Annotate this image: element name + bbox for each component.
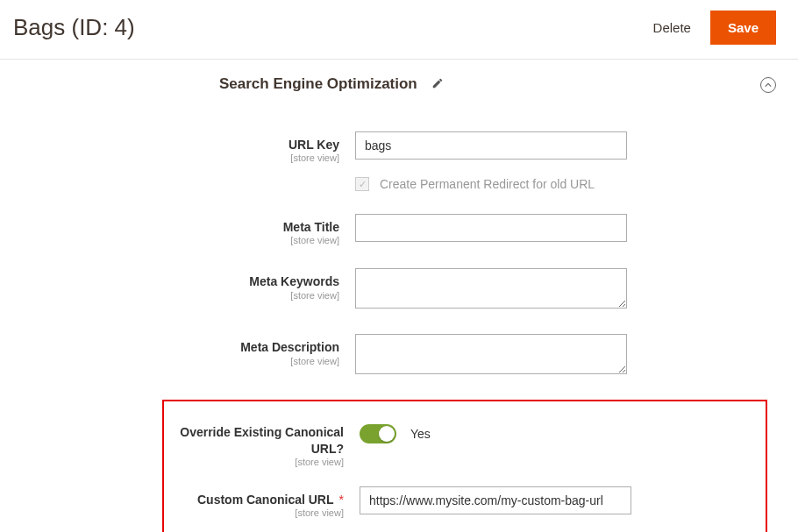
override-canonical-toggle[interactable] xyxy=(360,424,396,443)
field-control-col xyxy=(355,131,636,160)
meta-title-field: Meta Title [store view] xyxy=(22,214,776,245)
field-label-col: Override Existing Canonical URL? [store … xyxy=(164,419,360,466)
field-label-col xyxy=(22,177,355,182)
scope-label: [store view] xyxy=(22,153,339,163)
field-label-col: Meta Title [store view] xyxy=(22,214,355,245)
field-label-col: Meta Description [store view] xyxy=(22,334,355,365)
page-header: Bags (ID: 4) Delete Save xyxy=(0,0,798,60)
field-control-col: ✓ Create Permanent Redirect for old URL xyxy=(355,177,636,191)
scope-label: [store view] xyxy=(22,356,339,366)
meta-description-label: Meta Description xyxy=(240,340,339,354)
toggle-knob xyxy=(379,426,395,442)
field-label-col: URL Key [store view] xyxy=(22,131,355,163)
custom-canonical-field: Custom Canonical URL* [store view] xyxy=(164,486,766,518)
meta-title-input[interactable] xyxy=(355,214,627,242)
edit-icon[interactable] xyxy=(431,77,444,92)
save-button[interactable]: Save xyxy=(710,11,776,45)
meta-title-label: Meta Title xyxy=(283,220,339,234)
meta-keywords-label: Meta Keywords xyxy=(249,274,339,288)
field-label-col: Meta Keywords [store view] xyxy=(22,268,355,300)
header-actions: Delete Save xyxy=(653,11,776,45)
field-control-col xyxy=(360,486,640,514)
override-toggle-value: Yes xyxy=(410,427,431,441)
delete-button[interactable]: Delete xyxy=(653,20,691,35)
override-toggle-wrap: Yes xyxy=(360,419,640,443)
custom-canonical-label: Custom Canonical URL xyxy=(197,493,334,507)
scope-label: [store view] xyxy=(22,235,339,245)
override-canonical-label: Override Existing Canonical URL? xyxy=(180,425,344,455)
seo-section-header: Search Engine Optimization xyxy=(0,60,798,105)
custom-canonical-input[interactable] xyxy=(360,486,631,514)
required-mark: * xyxy=(339,493,344,507)
seo-form: URL Key [store view] ✓ Create Permanent … xyxy=(0,105,798,532)
meta-keywords-input[interactable] xyxy=(355,268,627,309)
field-control-col xyxy=(355,214,636,242)
url-key-field: URL Key [store view] xyxy=(22,131,776,163)
redirect-label: Create Permanent Redirect for old URL xyxy=(380,177,595,191)
redirect-checkbox-row: ✓ Create Permanent Redirect for old URL xyxy=(355,177,636,191)
scope-label: [store view] xyxy=(22,290,339,301)
scope-label: [store view] xyxy=(173,457,344,467)
redirect-field: ✓ Create Permanent Redirect for old URL xyxy=(22,177,776,191)
meta-keywords-field: Meta Keywords [store view] xyxy=(22,268,776,311)
section-title: Search Engine Optimization xyxy=(219,75,417,93)
url-key-label: URL Key xyxy=(289,138,339,152)
field-control-col xyxy=(355,268,636,311)
meta-description-field: Meta Description [store view] xyxy=(22,334,776,377)
override-canonical-field: Override Existing Canonical URL? [store … xyxy=(164,419,766,466)
field-label-col: Custom Canonical URL* [store view] xyxy=(164,486,360,518)
page-title: Bags (ID: 4) xyxy=(13,14,135,41)
collapse-toggle[interactable] xyxy=(760,77,776,93)
scope-label: [store view] xyxy=(173,507,344,518)
field-control-col xyxy=(355,334,636,377)
redirect-checkbox[interactable]: ✓ xyxy=(355,177,369,191)
url-key-input[interactable] xyxy=(355,131,627,160)
canonical-highlight-box: Override Existing Canonical URL? [store … xyxy=(162,400,767,532)
meta-description-input[interactable] xyxy=(355,334,627,374)
field-control-col: Yes xyxy=(360,419,640,443)
